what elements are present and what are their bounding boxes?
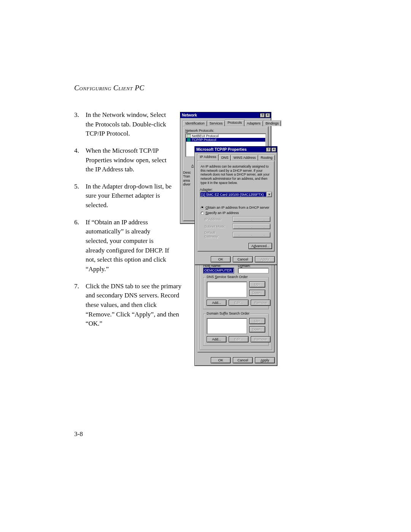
radio-obtain-label: Obtain an IP address from a DHCP server xyxy=(206,206,269,209)
instructions-column: In the Network window, Select the Protoc… xyxy=(74,110,174,366)
apply-button[interactable]: Apply xyxy=(255,357,275,363)
edit-button[interactable]: Edit... xyxy=(229,300,249,306)
subnet-mask-label: Subnet Mask: xyxy=(204,225,230,228)
protocol-item-tcpip[interactable]: TCP/IP Protocol xyxy=(186,138,265,142)
help-icon[interactable]: ? xyxy=(260,113,265,118)
step-3: In the Network window, Select the Protoc… xyxy=(74,110,174,139)
network-titlebar: Network ? × xyxy=(180,112,271,118)
tab-wins-address[interactable]: WINS Address xyxy=(231,155,258,160)
tab-bindings[interactable]: Bindings xyxy=(263,120,282,126)
host-name-field[interactable]: OEMCOMPUTER xyxy=(203,268,234,273)
step-7: Click the DNS tab to see the primary and… xyxy=(74,282,186,329)
protocol-label-tcpip: TCP/IP Protocol xyxy=(192,138,216,142)
domain-field[interactable] xyxy=(238,268,269,273)
network-protocols-label: Network Protocols: xyxy=(185,129,266,133)
cancel-button[interactable]: Cancel xyxy=(233,256,253,262)
close-icon[interactable]: × xyxy=(271,147,276,152)
tcpip-title: Microsoft TCP/IP Properties xyxy=(196,147,247,152)
dns-search-list[interactable] xyxy=(207,281,247,297)
tab-services[interactable]: Services xyxy=(207,120,226,126)
ip-address-label: IP Address: xyxy=(204,217,230,221)
domain-suffix-label: Domain Suffix Search Order xyxy=(206,312,250,315)
down-button[interactable]: Down↓ xyxy=(249,326,265,332)
ip-address-field: ... xyxy=(233,216,271,222)
adapter-value: [1] SMC EZ Card 10/100 (SMC1255FTX) xyxy=(200,192,266,197)
close-icon[interactable]: × xyxy=(265,113,270,118)
add-button[interactable]: Add... xyxy=(207,300,226,306)
radio-icon xyxy=(201,206,204,209)
apply-button[interactable]: Apply xyxy=(255,256,275,262)
advanced-button[interactable]: Advanced... xyxy=(249,243,272,249)
network-tabs: Identification Services Protocols Adapte… xyxy=(180,118,271,126)
up-button[interactable]: Up↑ xyxy=(249,281,265,288)
ip-mode-group: Obtain an IP address from a DHCP server … xyxy=(200,201,272,240)
add-button[interactable]: Add... xyxy=(207,336,226,342)
network-side-a: A xyxy=(191,164,194,168)
dns-group: Domain Name System (DNS) Host Name: OEMC… xyxy=(200,260,272,350)
remove-button[interactable]: Remove xyxy=(251,336,271,342)
radio-specify-label: Specify an IP address xyxy=(206,211,239,215)
subnet-mask-field: ... xyxy=(233,224,271,229)
chevron-down-icon[interactable]: ▼ xyxy=(266,192,272,197)
step-4: When the Microsoft TCP/IP Properties win… xyxy=(74,146,174,174)
tab-identification[interactable]: Identification xyxy=(183,120,207,126)
tcpip-properties-dialog-ip: Microsoft TCP/IP Properties ? × IP Addre… xyxy=(194,146,277,265)
remove-button[interactable]: Remove xyxy=(251,300,271,306)
step-6: If “Obtain an IP address automatically” … xyxy=(74,218,174,274)
tab-dns[interactable]: DNS xyxy=(218,155,231,160)
ok-button[interactable]: OK xyxy=(211,357,231,363)
ip-description: An IP address can be automatically assig… xyxy=(200,163,272,188)
step-5: In the Adapter drop-down list, be sure y… xyxy=(74,182,174,210)
down-button[interactable]: Down↓ xyxy=(249,290,265,296)
tcpip-icon xyxy=(187,138,191,142)
default-gateway-label: Default Gateway: xyxy=(204,231,230,238)
domain-suffix-group: Domain Suffix Search Order Up↑ Down↓ Add… xyxy=(203,314,269,346)
tab-adapters[interactable]: Adapters xyxy=(244,120,263,126)
tab-ip-address[interactable]: IP Address xyxy=(197,154,219,160)
tab-protocols[interactable]: Protocols xyxy=(225,120,245,126)
network-title: Network xyxy=(182,113,197,117)
radio-specify-ip[interactable]: Specify an IP address xyxy=(201,211,271,215)
page-number: 3-8 xyxy=(74,430,83,438)
dns-search-order-group: DNS Service Search Order Up↑ Down↓ Add..… xyxy=(203,277,269,309)
ok-button[interactable]: OK xyxy=(211,256,231,262)
network-desc-stub: Desc Tran area diver xyxy=(183,171,191,186)
radio-icon xyxy=(201,211,204,215)
suffix-search-list[interactable] xyxy=(207,318,247,334)
tcpip-tabs: IP Address DNS WINS Address Routing xyxy=(195,152,277,160)
tcpip-titlebar: Microsoft TCP/IP Properties ? × xyxy=(195,147,277,152)
protocol-label-netbeui: NetBEUI Protocol xyxy=(192,134,219,138)
netbeui-icon xyxy=(187,134,191,138)
edit-button[interactable]: Edit... xyxy=(229,336,249,342)
up-button[interactable]: Up↑ xyxy=(249,318,265,324)
protocol-item-netbeui[interactable]: NetBEUI Protocol xyxy=(186,134,265,138)
section-header: Configuring Client PC xyxy=(74,84,341,92)
radio-obtain-dhcp[interactable]: Obtain an IP address from a DHCP server xyxy=(201,206,271,209)
dns-search-order-label: DNS Service Search Order xyxy=(206,275,249,279)
default-gateway-field: ... xyxy=(233,232,271,238)
cancel-button[interactable]: Cancel xyxy=(233,357,253,363)
tab-routing[interactable]: Routing xyxy=(258,155,275,160)
help-icon[interactable]: ? xyxy=(266,147,271,152)
screenshot-network-tcpip: Network ? × Identification Services Prot… xyxy=(180,112,271,224)
adapter-combobox[interactable]: [1] SMC EZ Card 10/100 (SMC1255FTX) ▼ xyxy=(200,192,272,197)
adapter-label: Adapter: xyxy=(200,188,272,192)
